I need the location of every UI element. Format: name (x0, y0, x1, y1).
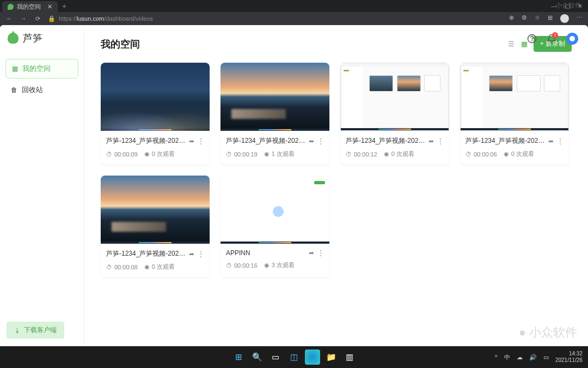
close-tab-icon[interactable]: ✕ (47, 3, 52, 10)
video-card[interactable]: 芦笋-1234_芦笋视频-20211126➦⋮⏱00:00:06◉0 次观看 (460, 63, 569, 165)
tray-chevron-icon[interactable]: ^ (495, 354, 498, 360)
maximize-icon[interactable]: ▢ (565, 3, 570, 10)
video-duration: 00:00:12 (354, 151, 377, 158)
tab-title: 我的空间 (17, 3, 41, 11)
video-card[interactable]: 芦笋-1234_芦笋视频-20211126➦⋮⏱00:00:12◉0 次观看 (340, 63, 449, 165)
widgets-icon[interactable]: ◫ (286, 349, 302, 365)
edge-icon[interactable]: ​ (305, 349, 320, 365)
app-icon[interactable]: ▥ (342, 349, 357, 365)
minimize-icon[interactable]: — (551, 3, 557, 10)
extensions-icon[interactable]: ⚙ (522, 14, 527, 23)
video-title: 芦笋-1234_芦笋视频-20211126 (465, 136, 545, 146)
favorites-icon[interactable]: ☆ (535, 14, 540, 23)
video-duration: 00:00:16 (234, 262, 258, 269)
clock-icon: ⏱ (465, 151, 471, 158)
battery-icon[interactable]: ▭ (543, 354, 549, 361)
browser-tab[interactable]: 我的空间 ✕ (2, 1, 58, 12)
new-tab-button[interactable]: + (62, 2, 66, 10)
video-views: 1 次观看 (272, 150, 295, 158)
more-icon[interactable]: ⋮ (557, 137, 564, 145)
cloud-icon[interactable]: ☁ (517, 354, 523, 361)
tab-favicon-icon (8, 4, 14, 10)
lock-icon: 🔒 (48, 15, 56, 22)
notification-icon[interactable]: 7 (547, 34, 556, 44)
video-views: 0 次观看 (152, 263, 175, 271)
more-icon[interactable]: ⋮ (317, 249, 324, 257)
url-text: https://lusun.com/dashboard/videos (59, 15, 153, 22)
video-thumbnail (101, 176, 210, 244)
explorer-icon[interactable]: 📁 (323, 349, 339, 365)
search-icon[interactable]: 🔍 (249, 349, 265, 365)
sidebar: 芦笋 ▦ 我的空间 🗑 回收站 ⭳ 下载客户端 (0, 25, 84, 346)
brand-name: 芦笋 (23, 32, 42, 45)
video-duration: 00:00:19 (234, 151, 258, 158)
sidebar-item-myspace[interactable]: ▦ 我的空间 (5, 59, 78, 79)
video-duration: 00:00:09 (114, 151, 138, 158)
video-title: 芦笋-1234_芦笋视频-20211126 (226, 136, 305, 146)
more-icon[interactable]: ⋮ (317, 137, 324, 145)
clock-icon: ⏱ (346, 151, 352, 158)
browser-address-bar: ← → ⟳ 🔒 https://lusun.com/dashboard/vide… (0, 12, 588, 25)
video-card[interactable]: 芦笋-1234_芦笋视频-20211126➦⋮⏱00:00:09◉0 次观看 (101, 63, 210, 165)
close-window-icon[interactable]: ✕ (578, 3, 583, 10)
video-views: 0 次观看 (391, 150, 414, 158)
notification-badge: 7 (552, 32, 558, 38)
clock-icon: ⏱ (226, 262, 232, 269)
more-icon[interactable]: ⋮ (198, 250, 204, 258)
task-view-icon[interactable]: ▭ (268, 349, 283, 365)
browser-menu-icon[interactable]: ⋯ (577, 14, 583, 23)
eye-icon: ◉ (144, 263, 150, 270)
share-icon[interactable]: ➦ (189, 250, 194, 258)
video-title: 芦笋-1234_芦笋视频-20211126 (106, 249, 186, 258)
eye-icon: ◉ (384, 150, 389, 158)
user-avatar[interactable] (566, 33, 578, 45)
eye-icon: ◉ (144, 150, 150, 158)
browser-profile-icon[interactable] (560, 14, 569, 23)
share-icon[interactable]: ➦ (428, 137, 434, 145)
video-card[interactable]: 芦笋-1234_芦笋视频-20211126➦⋮⏱00:00:08◉0 次观看 (101, 176, 210, 277)
forward-icon[interactable]: → (20, 15, 27, 22)
brand[interactable]: 芦笋 (0, 25, 84, 51)
windows-taskbar: ⊞ 🔍 ▭ ◫ ​ 📁 ▥ ^ 中 ☁ 🔊 ▭ 14:32 2021/11/26 (0, 346, 588, 368)
download-client-button[interactable]: ⭳ 下载客户端 (7, 322, 64, 339)
share-icon[interactable]: ➦ (189, 137, 194, 145)
reload-icon[interactable]: ⟳ (34, 15, 41, 22)
video-thumbnail (460, 63, 569, 131)
video-views: 0 次观看 (511, 150, 534, 158)
share-icon[interactable]: ➦ (309, 137, 314, 145)
video-views: 0 次观看 (152, 150, 175, 158)
help-icon[interactable] (527, 34, 537, 44)
video-duration: 00:00:06 (474, 151, 497, 158)
video-thumbnail (101, 63, 210, 131)
video-duration: 00:00:08 (114, 264, 138, 270)
video-grid: 芦笋-1234_芦笋视频-20211126➦⋮⏱00:00:09◉0 次观看芦笋… (101, 63, 572, 277)
eye-icon: ◉ (264, 262, 270, 269)
share-icon[interactable]: ➦ (548, 137, 554, 145)
reader-icon[interactable]: ⊕ (509, 14, 514, 23)
video-title: 芦笋-1234_芦笋视频-20211126 (106, 136, 186, 146)
url-input[interactable]: 🔒 https://lusun.com/dashboard/videos (48, 15, 503, 22)
clock-icon: ⏱ (106, 264, 112, 270)
browser-titlebar: 我的空间 ✕ + — ▢ ✕ (0, 0, 588, 12)
more-icon[interactable]: ⋮ (437, 137, 444, 145)
sidebar-item-trash[interactable]: 🗑 回收站 (5, 81, 78, 99)
more-icon[interactable]: ⋮ (198, 137, 204, 145)
video-title: APPINN (226, 249, 305, 257)
video-thumbnail (220, 176, 329, 244)
list-view-button[interactable]: ☰ (507, 40, 515, 48)
volume-icon[interactable]: 🔊 (529, 354, 537, 361)
eye-icon: ◉ (264, 150, 270, 158)
back-icon[interactable]: ← (5, 15, 13, 22)
video-card[interactable]: 芦笋-1234_芦笋视频-20211126➦⋮⏱00:00:19◉1 次观看 (220, 63, 329, 165)
clock[interactable]: 14:32 2021/11/26 (555, 351, 583, 364)
eye-icon: ◉ (504, 150, 509, 158)
brand-logo-icon (8, 33, 19, 44)
sidebar-item-label: 回收站 (22, 85, 43, 95)
ime-indicator[interactable]: 中 (504, 353, 510, 361)
collections-icon[interactable]: ⊞ (548, 14, 553, 23)
video-card[interactable]: APPINN➦⋮⏱00:00:16◉3 次观看 (220, 176, 329, 277)
start-button[interactable]: ⊞ (231, 349, 246, 365)
video-title: 芦笋-1234_芦笋视频-20211126 (346, 136, 425, 146)
main-content: 我的空间 ☰ ▦ + 新录制 芦笋-1234_芦笋视频-20211126➦⋮⏱0… (84, 25, 588, 346)
share-icon[interactable]: ➦ (309, 249, 314, 257)
